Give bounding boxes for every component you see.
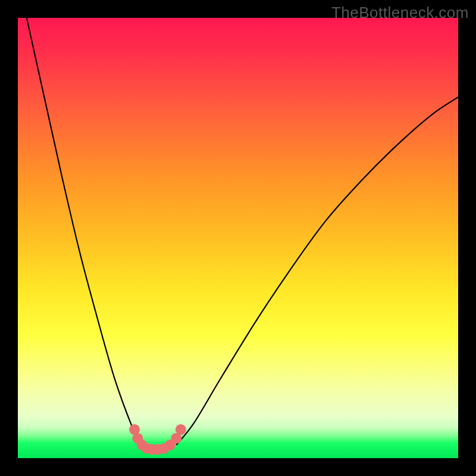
curves-svg [18,18,458,458]
valley-markers [129,424,186,455]
watermark-text: TheBottleneck.com [331,4,469,22]
curve-left [27,18,141,445]
chart-frame: TheBottleneck.com [0,0,476,476]
plot-area [18,18,458,458]
curve-right [176,97,458,445]
valley-dot [176,424,186,435]
